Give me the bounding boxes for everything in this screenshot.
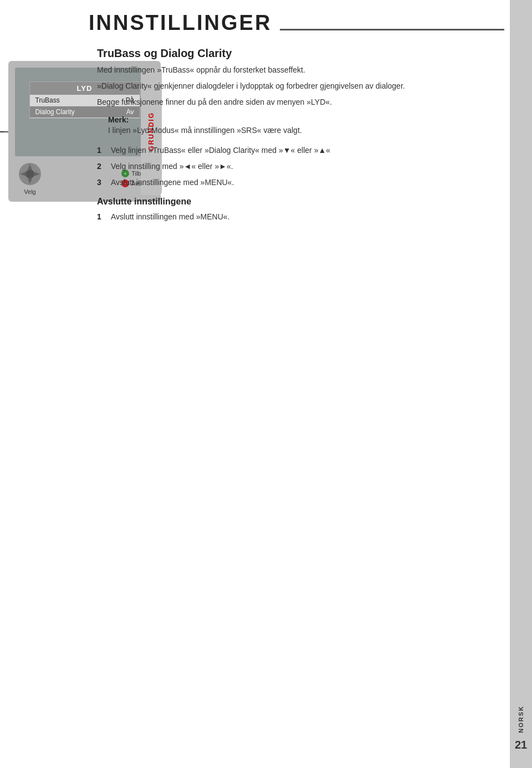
step-1-text: Velg linjen »TruBass« eller »Dialog Clar…: [111, 145, 502, 156]
closing-steps-list: 1 Avslutt innstillingen med »MENU«.: [97, 211, 502, 223]
closing-step-1: 1 Avslutt innstillingen med »MENU«.: [97, 211, 502, 223]
closing-step-1-number: 1: [97, 211, 108, 223]
step-2-number: 2: [97, 161, 108, 172]
right-sidebar: NORSK 21: [510, 0, 532, 768]
header-divider: [280, 29, 504, 30]
closing-step-1-text: Avslutt innstillingen med »MENU«.: [111, 211, 502, 223]
dpad-area: Velg: [18, 162, 42, 195]
step-3-text: Avslutt innstillingene med »MENU«.: [111, 177, 502, 188]
page-title: INNSTILLINGER: [89, 11, 272, 35]
velg-label: Velg: [24, 188, 35, 195]
step-2-text: Velg innstilling med »◄« eller »►«.: [111, 161, 502, 172]
menu-row-label-dialog: Dialog Clarity: [35, 108, 75, 116]
step-2: 2 Velg innstilling med »◄« eller »►«.: [97, 161, 502, 172]
step-1: 1 Velg linjen »TruBass« eller »Dialog Cl…: [97, 145, 502, 156]
dash-symbol: —: [0, 127, 4, 136]
section1-title: TruBass og Dialog Clarity: [97, 47, 502, 60]
page-number: 21: [515, 739, 527, 751]
section1-line1: Med innstillingen »TruBass« oppnår du fo…: [97, 64, 502, 76]
steps-list: 1 Velg linjen »TruBass« eller »Dialog Cl…: [97, 145, 502, 188]
section1-line3: Begge funksjonene finner du på den andre…: [97, 96, 502, 108]
step-3-number: 3: [97, 177, 108, 188]
note-block: Merk: I linjen »Lyd Modus« må innstillin…: [108, 115, 502, 136]
svg-point-5: [25, 170, 34, 178]
menu-row-label-trubass: TruBass: [35, 96, 60, 104]
section1-line2: »Dialog Clarity« gjenkjenner dialogdeler…: [97, 80, 502, 92]
dpad-icon: [18, 162, 42, 186]
sidebar-language-label: NORSK: [518, 705, 524, 733]
closing-section-title: Avslutte innstillingene: [97, 197, 502, 207]
main-content: TruBass og Dialog Clarity Med innstillin…: [97, 47, 502, 231]
step-1-number: 1: [97, 145, 108, 156]
step-3: 3 Avslutt innstillingene med »MENU«.: [97, 177, 502, 188]
page-header: INNSTILLINGER: [89, 11, 504, 35]
note-title: Merk:: [108, 115, 129, 124]
note-text: I linjen »Lyd Modus« må innstillingen »S…: [108, 126, 302, 135]
